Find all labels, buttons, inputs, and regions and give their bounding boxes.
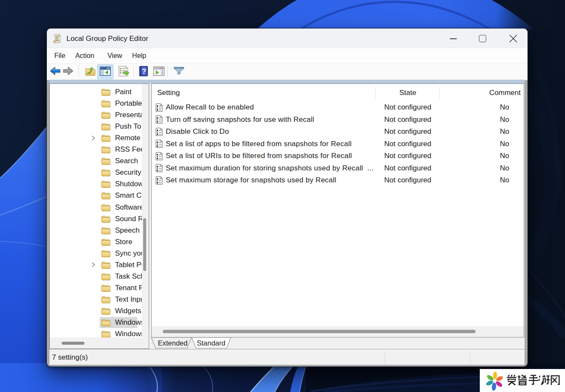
svg-text:Extended: Extended (158, 339, 188, 347)
svg-text:?: ? (142, 67, 146, 75)
svg-text:Standard: Standard (197, 339, 225, 347)
